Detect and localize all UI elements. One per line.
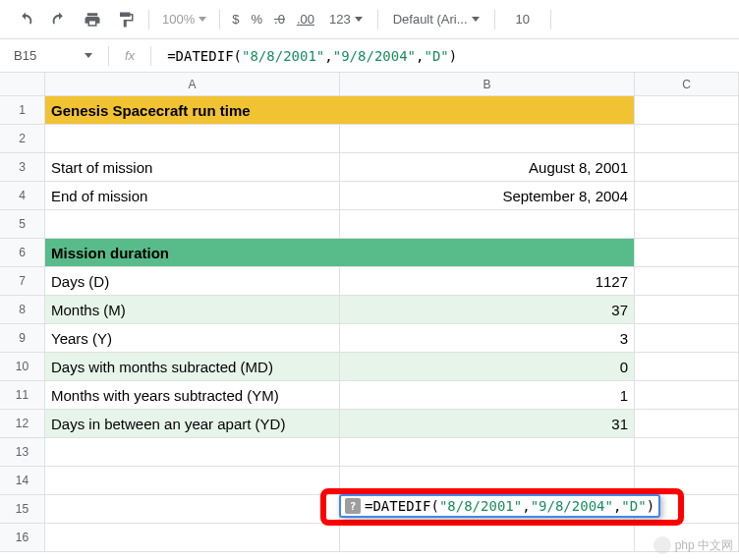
edit-fn: DATEDIF	[372, 498, 430, 514]
font-dropdown[interactable]: Default (Ari...	[385, 12, 487, 27]
row-16: 16	[0, 524, 739, 552]
increase-decimal-button[interactable]: .00	[292, 12, 319, 27]
row-header[interactable]: 10	[0, 353, 45, 380]
formula-help-badge[interactable]: ?	[345, 498, 361, 514]
cell-a5[interactable]	[45, 210, 340, 238]
row-header[interactable]: 7	[0, 267, 45, 295]
cell-b12[interactable]: 31	[340, 410, 635, 437]
watermark-text: php 中文网	[675, 537, 733, 554]
cell-b8[interactable]: 37	[340, 296, 635, 323]
row-2: 2	[0, 125, 739, 153]
open-paren: (	[234, 48, 242, 64]
row-header[interactable]: 13	[0, 438, 45, 466]
more-formats-dropdown[interactable]: 123	[321, 12, 370, 27]
cell-a4[interactable]: End of mission	[45, 182, 340, 209]
redo-button[interactable]	[43, 6, 75, 33]
cell-c8[interactable]	[635, 296, 739, 323]
cell-a8[interactable]: Months (M)	[45, 296, 340, 323]
cell-c3[interactable]	[635, 153, 739, 181]
cell-editor[interactable]: ? =DATEDIF("8/8/2001","9/8/2004","D")	[339, 494, 660, 518]
cell-a1[interactable]: Genesis Spacecraft run time	[45, 96, 635, 124]
font-size-input[interactable]: 10	[502, 12, 543, 27]
cell-c12[interactable]	[635, 410, 739, 437]
print-button[interactable]	[77, 6, 108, 33]
row-header[interactable]: 12	[0, 410, 45, 437]
cell-b16[interactable]	[340, 524, 635, 551]
col-header-c[interactable]: C	[635, 73, 739, 95]
select-all-corner[interactable]	[0, 73, 45, 95]
equals-sign: =	[365, 498, 372, 514]
cell-a13[interactable]	[45, 438, 340, 466]
cell-a16[interactable]	[45, 524, 340, 551]
comma: ,	[324, 48, 332, 64]
cell-b2[interactable]	[340, 125, 635, 152]
zoom-dropdown[interactable]: 100%	[156, 12, 212, 27]
row-header[interactable]: 3	[0, 153, 45, 181]
row-11: 11 Months with years subtracted (YM) 1	[0, 381, 739, 410]
cell-b14[interactable]	[340, 467, 635, 494]
cell-b11[interactable]: 1	[340, 381, 635, 409]
cell-b5[interactable]	[340, 210, 635, 238]
cell-c2[interactable]	[635, 125, 739, 152]
row-header[interactable]: 6	[0, 239, 45, 266]
separator	[108, 46, 109, 66]
cell-a11[interactable]: Months with years subtracted (YM)	[45, 381, 340, 409]
cell-b13[interactable]	[340, 438, 635, 466]
cell-c14[interactable]	[635, 467, 739, 494]
row-header[interactable]: 2	[0, 125, 45, 152]
cell-a7[interactable]: Days (D)	[45, 267, 340, 295]
chevron-down-icon	[472, 17, 480, 22]
separator	[377, 10, 378, 29]
cell-a15[interactable]	[45, 495, 340, 523]
cell-c1[interactable]	[635, 96, 739, 124]
row-header[interactable]: 9	[0, 324, 45, 352]
cell-a14[interactable]	[45, 467, 340, 494]
cell-c9[interactable]	[635, 324, 739, 352]
col-header-a[interactable]: A	[45, 73, 340, 95]
formula-bar[interactable]: =DATEDIF("8/8/2001","9/8/2004","D")	[161, 48, 457, 64]
cell-c11[interactable]	[635, 381, 739, 409]
currency-button[interactable]: $	[227, 12, 244, 27]
cell-c7[interactable]	[635, 267, 739, 295]
row-12: 12 Days in between an year apart (YD) 31	[0, 410, 739, 438]
cell-b4[interactable]: September 8, 2004	[340, 182, 635, 209]
decrease-decimal-button[interactable]: .0	[269, 12, 290, 27]
separator	[148, 10, 149, 29]
zoom-value: 100%	[162, 12, 195, 27]
row-header[interactable]: 16	[0, 524, 45, 551]
cell-c4[interactable]	[635, 182, 739, 209]
cell-b3[interactable]: August 8, 2001	[340, 153, 635, 181]
row-header[interactable]: 1	[0, 96, 45, 124]
row-header[interactable]: 8	[0, 296, 45, 323]
row-header[interactable]: 11	[0, 381, 45, 409]
row-header[interactable]: 4	[0, 182, 45, 209]
cell-a6[interactable]: Mission duration	[45, 239, 635, 266]
undo-button[interactable]	[10, 6, 41, 33]
cell-c6[interactable]	[635, 239, 739, 266]
row-header[interactable]: 5	[0, 210, 45, 238]
cell-c10[interactable]	[635, 353, 739, 380]
cell-c13[interactable]	[635, 438, 739, 466]
row-7: 7 Days (D) 1127	[0, 267, 739, 296]
cell-b7[interactable]: 1127	[340, 267, 635, 295]
cell-b10[interactable]: 0	[340, 353, 635, 380]
row-4: 4 End of mission September 8, 2004	[0, 182, 739, 210]
cell-a10[interactable]: Days with months subracted (MD)	[45, 353, 340, 380]
name-box[interactable]: B15	[8, 45, 98, 66]
col-header-b[interactable]: B	[340, 73, 635, 95]
separator	[219, 10, 220, 29]
edit-arg2: "9/8/2004"	[531, 498, 613, 514]
separator	[494, 10, 495, 29]
cell-a12[interactable]: Days in between an year apart (YD)	[45, 410, 340, 437]
row-header[interactable]: 15	[0, 495, 45, 523]
cell-a2[interactable]	[45, 125, 340, 152]
percent-button[interactable]: %	[246, 12, 267, 27]
cell-b9[interactable]: 3	[340, 324, 635, 352]
paint-format-button[interactable]	[110, 6, 142, 33]
cell-a9[interactable]: Years (Y)	[45, 324, 340, 352]
cell-c5[interactable]	[635, 210, 739, 238]
row-header[interactable]: 14	[0, 467, 45, 494]
edit-arg1: "8/8/2001"	[439, 498, 522, 514]
cell-a3[interactable]: Start of mission	[45, 153, 340, 181]
row-3: 3 Start of mission August 8, 2001	[0, 153, 739, 182]
